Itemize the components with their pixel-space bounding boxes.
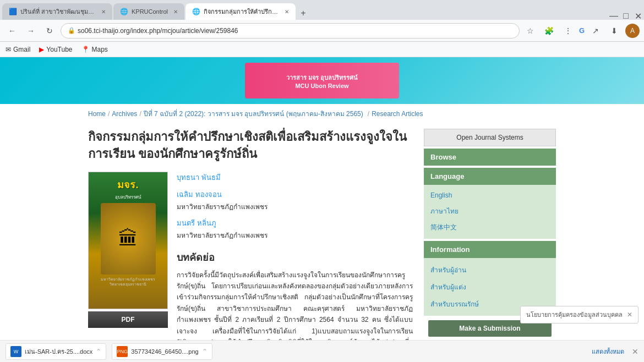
address-bar[interactable]: 🔒 so06.tci-thaijo.org/index.php/mcjou/ar… xyxy=(61,23,520,39)
tab-1-close[interactable]: ✕ xyxy=(101,9,106,15)
privacy-notice-text[interactable]: นโยบายการคุ้มครองข้อมูลส่วนบุคคล xyxy=(526,310,623,320)
maps-icon: 📍 xyxy=(81,46,90,53)
download-tray: W เม่น-SAR-ป.คร-25....docx ⌃ PNG 3577342… xyxy=(0,340,644,362)
abstract-title: บทคัดย่อ xyxy=(177,249,413,265)
sidebar-language-section: Language English ภาษาไทย 简体中文 xyxy=(424,168,556,239)
breadcrumb-section[interactable]: Research Articles xyxy=(372,110,423,118)
sidebar-information-section: Information สำหรับผู้อ่าน สำหรับผู้แต่ง … xyxy=(424,241,556,316)
article-meta: บุทธนา พันธมี เฉลิม ทองจอน มหาวิทยาลัยรา… xyxy=(177,172,413,345)
logo-text: วารสาร มจร อุบลปริทรรศน์MCU Ubon Review xyxy=(286,73,358,89)
forward-button[interactable]: → xyxy=(23,23,39,39)
tab-2-favicon: 🌐 xyxy=(120,8,128,15)
sidebar-information-header[interactable]: Information xyxy=(424,241,556,258)
close-downloads[interactable]: ✕ xyxy=(632,347,638,356)
bookmark-star-icon[interactable]: ☆ xyxy=(523,23,538,39)
open-journal-systems-button[interactable]: Open Journal Systems xyxy=(424,129,556,146)
download-png-icon: PNG xyxy=(117,346,128,357)
cover-footer: มหาวิทยาลัยราชภัฏกำแพงเพชร วิทยาเขตอุบลร… xyxy=(101,277,155,287)
download-2-expand[interactable]: ⌃ xyxy=(202,348,208,355)
tab-2-label: KPRUControl xyxy=(132,8,168,15)
new-tab-button[interactable]: + xyxy=(297,7,310,20)
abstract-text: การวิจัยครั้งนี้มีวัตถุประสงค์เพื่อเสริม… xyxy=(177,270,413,345)
breadcrumb-issue[interactable]: ปีที่ 7 ฉบับที่ 2 (2022): วารสาร มจร อุบ… xyxy=(144,108,363,119)
sidebar-language-content: English ภาษาไทย 简体中文 xyxy=(424,185,556,239)
main-scroll-area[interactable]: วารสาร มจร อุบลปริทรรศน์MCU Ubon Review … xyxy=(0,57,644,345)
minimize-button[interactable]: — xyxy=(610,12,618,20)
journal-cover-image: มจร. อุบลปริทรรศน์ 🏛 มหาวิทยาลัยราชภัฏกำ… xyxy=(88,172,168,309)
tab-2[interactable]: 🌐 KPRUControl ✕ xyxy=(113,3,184,20)
tab-1-label: ปรินต์ที่ สาขาวิชาพัฒนชุมชน คณะครุศาสตร์… xyxy=(20,7,96,17)
browser-chrome: 🟦 ปรินต์ที่ สาขาวิชาพัฒนชุมชน คณะครุศาสต… xyxy=(0,0,644,20)
settings-icon[interactable]: ⋮ xyxy=(560,23,576,39)
breadcrumb-sep-1: / xyxy=(108,110,110,118)
close-button[interactable]: ✕ xyxy=(634,12,642,20)
main-article: กิจกรรมกลุ่มการให้คำปรึกษาเชิงสติเพื่อเส… xyxy=(88,129,413,345)
tab-3-favicon: 🌐 xyxy=(192,8,200,15)
breadcrumb-sep-3: / xyxy=(368,110,369,118)
profile-avatar[interactable]: A xyxy=(625,24,640,38)
maximize-button[interactable]: □ xyxy=(622,12,630,20)
author-3-name[interactable]: มนตรี หลิ่นภู xyxy=(177,217,413,229)
cover-journal-name: มจร. xyxy=(117,177,138,193)
share-icon[interactable]: ↗ xyxy=(588,23,603,39)
author-2-affiliation: มหาวิทยาลัยราชภัฏกำแพงเพชร xyxy=(177,201,413,212)
maps-label: Maps xyxy=(92,46,108,53)
show-all-downloads[interactable]: แสดงทั้งหมด xyxy=(592,347,624,356)
tab-2-close[interactable]: ✕ xyxy=(173,9,178,15)
tab-3-close[interactable]: ✕ xyxy=(285,9,289,15)
download-icon[interactable]: ⬇ xyxy=(607,23,622,39)
bookmark-youtube[interactable]: ▶ YouTube xyxy=(39,46,72,53)
bookmark-maps[interactable]: 📍 Maps xyxy=(81,46,108,53)
page-content: วารสาร มจร อุบลปริทรรศน์MCU Ubon Review … xyxy=(0,57,644,345)
nav-right-icons: ☆ 🧩 ⋮ G ↗ ⬇ A xyxy=(523,23,640,39)
bookmark-gmail[interactable]: ✉ Gmail xyxy=(6,46,30,53)
language-english-link[interactable]: English xyxy=(424,188,556,202)
sidebar-browse-header[interactable]: Browse xyxy=(424,149,556,166)
breadcrumb-sep-2: / xyxy=(139,110,141,118)
author-1: บุทธนา พันธมี xyxy=(177,172,413,183)
author-1-name[interactable]: บุทธนา พันธมี xyxy=(177,172,413,183)
privacy-notice: นโยบายการคุ้มครองข้อมูลส่วนบุคคล ✕ xyxy=(520,306,638,323)
article-title: กิจกรรมกลุ่มการให้คำปรึกษาเชิงสติเพื่อเส… xyxy=(88,129,413,163)
sidebar-language-header[interactable]: Language xyxy=(424,168,556,185)
window-controls: — □ ✕ xyxy=(610,12,642,20)
tab-bar: 🟦 ปรินต์ที่ สาขาวิชาพัฒนชุมชน คณะครุศาสต… xyxy=(0,0,644,20)
reload-button[interactable]: ↻ xyxy=(42,23,57,39)
breadcrumb-archives[interactable]: Archives xyxy=(112,110,137,118)
cover-inner: มจร. อุบลปริทรรศน์ 🏛 มหาวิทยาลัยราชภัฏกำ… xyxy=(89,172,167,309)
gmail-label: Gmail xyxy=(13,46,30,53)
language-thai-link[interactable]: ภาษาไทย xyxy=(424,202,556,220)
download-2-name: 357734246_66450....png xyxy=(131,348,198,355)
info-for-authors-link[interactable]: สำหรับผู้แต่ง xyxy=(424,278,556,295)
logo-box: วารสาร มจร อุบลปริทรรศน์MCU Ubon Review xyxy=(245,63,399,98)
article-cover: มจร. อุบลปริทรรศน์ 🏛 มหาวิทยาลัยราชภัฏกำ… xyxy=(88,172,168,345)
cover-journal-subtitle: อุบลปริทรรศน์ xyxy=(115,194,141,201)
article-body: มจร. อุบลปริทรรศน์ 🏛 มหาวิทยาลัยราชภัฏกำ… xyxy=(88,172,413,345)
tab-1[interactable]: 🟦 ปรินต์ที่ สาขาวิชาพัฒนชุมชน คณะครุศาสต… xyxy=(2,3,112,20)
bookmarks-bar: ✉ Gmail ▶ YouTube 📍 Maps xyxy=(0,42,644,57)
cover-image-area: 🏛 xyxy=(101,203,156,275)
download-item-1[interactable]: W เม่น-SAR-ป.คร-25....docx ⌃ xyxy=(6,343,106,360)
tab-1-favicon: 🟦 xyxy=(9,8,17,15)
site-logo: วารสาร มจร อุบลปริทรรศน์MCU Ubon Review xyxy=(245,63,399,98)
tab-3-label: กิจกรรมกลุ่มการให้คำปรึกษาเชิงสติเพื่... xyxy=(204,7,279,17)
back-button[interactable]: ← xyxy=(4,23,20,39)
breadcrumb-area: Home / Archives / ปีที่ 7 ฉบับที่ 2 (202… xyxy=(0,104,644,123)
author-3: มนตรี หลิ่นภู มหาวิทยาลัยราชภัฏกำแพงเพชร xyxy=(177,217,413,240)
youtube-icon: ▶ xyxy=(39,46,44,53)
download-1-expand[interactable]: ⌃ xyxy=(96,348,101,355)
extensions-icon[interactable]: 🧩 xyxy=(542,23,557,39)
info-for-readers-link[interactable]: สำหรับผู้อ่าน xyxy=(424,261,556,278)
breadcrumb: Home / Archives / ปีที่ 7 ฉบับที่ 2 (202… xyxy=(88,108,556,119)
sidebar-browse-section: Browse xyxy=(424,149,556,166)
tab-3[interactable]: 🌐 กิจกรรมกลุ่มการให้คำปรึกษาเชิงสติเพื่.… xyxy=(185,3,296,20)
breadcrumb-home[interactable]: Home xyxy=(88,110,106,118)
pdf-download-button[interactable]: PDF xyxy=(88,311,168,328)
language-chinese-link[interactable]: 简体中文 xyxy=(424,220,556,235)
gmail-icon: ✉ xyxy=(6,46,11,53)
address-url: so06.tci-thaijo.org/index.php/mcjou/arti… xyxy=(78,27,238,35)
author-2-name[interactable]: เฉลิม ทองจอน xyxy=(177,189,413,200)
download-item-2[interactable]: PNG 357734246_66450....png ⌃ xyxy=(112,343,212,360)
author-2: เฉลิม ทองจอน มหาวิทยาลัยราชภัฏกำแพงเพชร xyxy=(177,189,413,212)
privacy-close-button[interactable]: ✕ xyxy=(627,311,632,319)
